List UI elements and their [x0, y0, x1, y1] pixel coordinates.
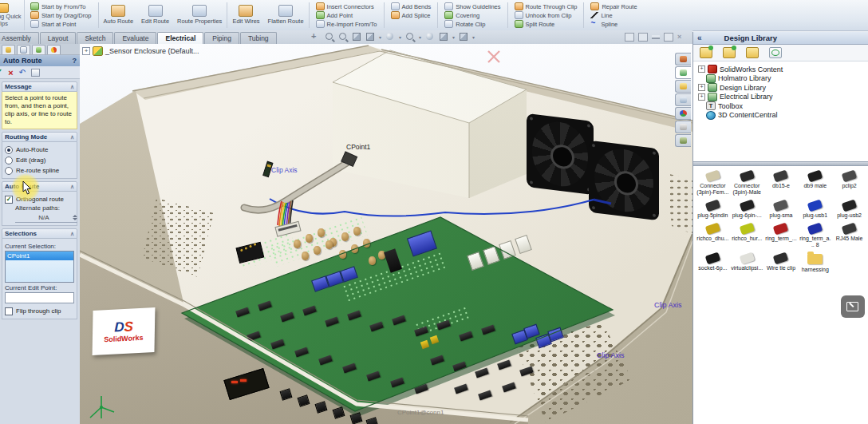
collapse-pane-icon[interactable]: « — [697, 34, 702, 42]
part-item-folder[interactable]: harnessing — [798, 254, 832, 273]
view-orientation-icon[interactable] — [365, 32, 375, 42]
resources-tab[interactable] — [675, 53, 691, 65]
scene-icon[interactable] — [439, 32, 448, 42]
part-item[interactable]: richco_dhu... — [696, 224, 730, 248]
start-at-point-button[interactable]: Start at Point — [30, 20, 92, 28]
refresh-icon[interactable] — [769, 47, 782, 58]
design-library-tab[interactable] — [675, 66, 691, 79]
part-item[interactable]: plug-usb1 — [798, 201, 832, 219]
tree-item-design-library[interactable]: +Design Library — [698, 83, 868, 93]
restore-window-icon[interactable] — [625, 33, 634, 42]
tab-evaluate[interactable]: Evaluate — [114, 32, 156, 44]
unhook-from-clip-button[interactable]: Unhook from Clip — [515, 11, 578, 19]
radio-auto-route[interactable]: Auto-Route — [5, 145, 74, 155]
current-edit-point-input[interactable] — [5, 292, 74, 303]
add-file-location-icon[interactable] — [723, 47, 736, 58]
message-header[interactable]: Message∧ — [2, 81, 77, 92]
auto-route-header[interactable]: Auto Route∧ — [2, 181, 77, 192]
selected-item[interactable]: CPoint1 — [6, 252, 73, 260]
edit-route-button[interactable]: Edit Route — [137, 0, 173, 30]
part-item[interactable]: pclip2 — [832, 172, 866, 196]
part-item[interactable]: ring_term_a... 8 — [798, 224, 832, 248]
auto-route-button[interactable]: Auto Route — [100, 0, 138, 30]
routing-mode-header[interactable]: Routing Mode∧ — [2, 132, 77, 142]
graphics-viewport[interactable]: CPoint1 Clip Axis Clip Axis Clip Axis CP… — [80, 44, 692, 424]
file-explorer-tab[interactable] — [675, 80, 691, 93]
help-icon[interactable]: ? — [73, 57, 77, 65]
hide-show-items-icon[interactable] — [405, 32, 415, 42]
custom-properties-tab[interactable] — [675, 121, 691, 133]
part-item[interactable]: db15-e — [764, 172, 799, 196]
part-item[interactable]: virtualclipsi... — [730, 254, 764, 273]
tree-item-holmatro-library[interactable]: Holmatro Library — [698, 74, 868, 84]
tab-assembly[interactable]: Assembly — [0, 32, 39, 44]
part-item[interactable]: Wire tie clip — [764, 254, 799, 273]
part-item[interactable]: richco_hur... — [730, 224, 764, 248]
part-item[interactable]: socket-6p... — [696, 254, 730, 273]
add-bends-button[interactable]: Add Bends — [391, 2, 432, 10]
selection-listbox[interactable]: CPoint1 — [5, 251, 74, 283]
add-point-button[interactable]: Add Point — [316, 11, 377, 19]
repair-route-button[interactable]: Repair Route — [590, 2, 637, 10]
flatten-route-button[interactable]: Flatten Route — [264, 0, 308, 30]
radio-reroute-spline[interactable]: Re-route spline — [5, 165, 74, 176]
propertymanager-tab[interactable] — [17, 45, 30, 54]
clip-axis-callout-lower[interactable]: Clip Axis — [597, 351, 625, 359]
tree-item-solidworks-content[interactable]: +SolidWorks Content — [698, 65, 868, 74]
cooling-fan-right[interactable] — [589, 141, 659, 221]
dimxpert-tab[interactable] — [47, 45, 61, 54]
tab-layout[interactable]: Layout — [40, 32, 77, 44]
view-settings-icon[interactable] — [459, 32, 468, 42]
part-item[interactable]: plug-6pin-... — [730, 201, 764, 219]
pan-icon[interactable]: + — [311, 32, 321, 42]
routing-quick-tips-button[interactable]: Routing Quick Tips — [0, 0, 25, 30]
cooling-fan-left[interactable] — [527, 113, 594, 195]
show-guidelines-button[interactable]: Show Guidelines — [444, 2, 500, 10]
tab-sketch[interactable]: Sketch — [77, 32, 113, 44]
route-properties-button[interactable]: Route Properties — [173, 0, 226, 30]
route-through-clip-button[interactable]: Route Through Clip — [515, 2, 578, 10]
tab-piping[interactable]: Piping — [204, 32, 239, 44]
insert-connectors-button[interactable]: Insert Connectors — [316, 2, 377, 10]
rotate-clip-button[interactable]: Rotate Clip — [444, 20, 500, 28]
start-by-dragdrop-button[interactable]: Start by Drag/Drop — [30, 11, 92, 19]
appearances-icon[interactable] — [425, 32, 435, 42]
feature-tree-root[interactable]: + _Sensor Enclosure (Default... — [82, 46, 199, 56]
cpoint-callout[interactable]: CPoint1 — [346, 143, 370, 151]
part-item[interactable]: RJ45 Male — [832, 224, 866, 248]
radio-edit-drag[interactable]: Edit (drag) — [5, 155, 74, 165]
configurationmanager-tab[interactable] — [32, 45, 45, 54]
clip-axis-callout-upper[interactable]: Clip Axis — [654, 301, 682, 309]
tab-tubing[interactable]: Tubing — [240, 32, 277, 44]
tab-electrical[interactable]: Electrical — [157, 32, 203, 44]
split-route-button[interactable]: Split Route — [515, 20, 578, 28]
edit-wires-button[interactable]: Edit Wires — [228, 0, 263, 30]
tree-item-3d-contentcentral[interactable]: 3D ContentCentral — [698, 111, 868, 121]
part-item[interactable]: plug-sma — [764, 201, 799, 219]
document-recovery-tab[interactable] — [675, 134, 691, 147]
expand-icon[interactable]: + — [698, 93, 705, 101]
minimize-window-icon[interactable] — [652, 35, 660, 39]
covering-button[interactable]: Covering — [444, 11, 500, 19]
reimport-fromto-button[interactable]: Re-Import From/To — [316, 20, 377, 28]
spline-button[interactable]: ~Spline — [590, 20, 637, 28]
pin-icon[interactable] — [31, 69, 40, 77]
orthogonal-route-checkbox[interactable]: ✓Orthogonal route — [5, 194, 74, 204]
part-item[interactable]: db9 male — [798, 172, 832, 196]
line-button[interactable]: Line — [590, 11, 637, 19]
start-by-fromto-button[interactable]: Start by From/To — [30, 2, 92, 10]
spinner-arrows-icon[interactable] — [73, 215, 77, 220]
zoom-fit-icon[interactable] — [325, 32, 334, 42]
display-style-icon[interactable] — [385, 32, 395, 42]
alternate-paths-spinner[interactable]: N/A — [15, 212, 77, 223]
view-palette-tab[interactable] — [675, 93, 691, 106]
zoom-area-icon[interactable] — [338, 32, 348, 42]
maximize-window-icon[interactable] — [638, 33, 648, 42]
section-view-icon[interactable] — [352, 32, 361, 42]
add-splice-button[interactable]: Add Splice — [391, 11, 432, 19]
tree-item-electrical-library[interactable]: +Electrical Library — [698, 93, 868, 102]
tree-item-toolbox[interactable]: TToolbox — [698, 101, 868, 111]
cancel-icon[interactable]: × — [8, 68, 13, 77]
flip-through-clip-checkbox[interactable]: Flip through clip — [5, 306, 74, 316]
part-item[interactable]: Connector (3pin)-Male — [730, 172, 764, 196]
